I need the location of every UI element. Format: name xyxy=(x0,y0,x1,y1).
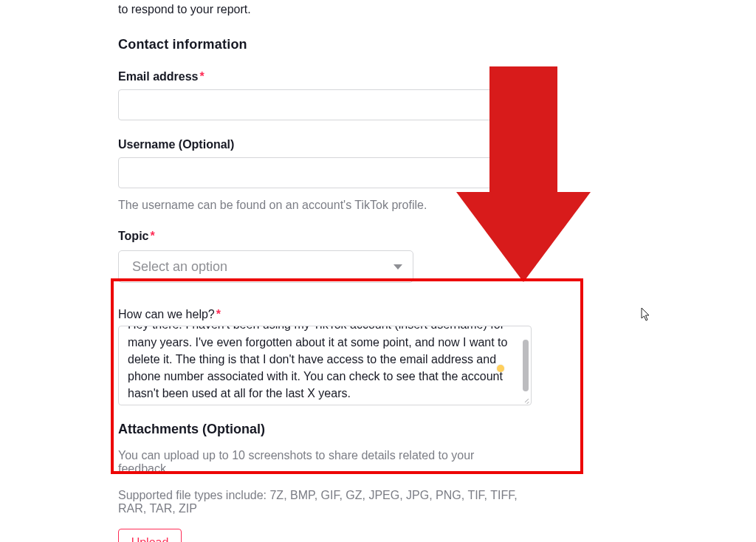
help-label: How can we help? xyxy=(118,308,215,321)
email-label: Email address xyxy=(118,70,199,83)
contact-heading: Contact information xyxy=(118,37,536,52)
email-field-block: Email address* xyxy=(118,70,536,120)
mouse-cursor-icon xyxy=(641,307,651,322)
required-marker: * xyxy=(216,308,221,320)
required-marker: * xyxy=(200,70,205,83)
topic-select-placeholder: Select an option xyxy=(132,259,227,275)
help-textarea[interactable]: Hey there! I haven't been using my TikTo… xyxy=(119,326,520,405)
email-input[interactable] xyxy=(118,89,532,120)
intro-text: to respond to your report. xyxy=(118,1,536,18)
attachments-title: Attachments (Optional) xyxy=(118,422,536,437)
chevron-down-icon xyxy=(394,264,402,270)
attachments-hint: You can upload up to 10 screenshots to s… xyxy=(118,449,517,476)
upload-button[interactable]: Upload xyxy=(118,529,182,542)
username-field-block: Username (Optional) The username can be … xyxy=(118,138,536,212)
help-textarea-wrap: Hey there! I haven't been using my TikTo… xyxy=(118,326,532,405)
topic-select[interactable]: Select an option xyxy=(118,250,413,283)
attachments-supported: Supported file types include: 7Z, BMP, G… xyxy=(118,489,532,515)
required-marker: * xyxy=(150,230,154,242)
topic-label: Topic xyxy=(118,230,148,243)
username-label: Username (Optional) xyxy=(118,138,234,151)
username-hint: The username can be found on an account'… xyxy=(118,199,536,212)
help-field-block: How can we help?* Hey there! I haven't b… xyxy=(118,308,536,405)
textarea-resize-handle[interactable] xyxy=(522,396,529,403)
username-input[interactable] xyxy=(118,157,532,188)
textarea-scrollbar[interactable] xyxy=(523,340,529,391)
topic-field-block: Topic* Select an option xyxy=(118,230,536,283)
